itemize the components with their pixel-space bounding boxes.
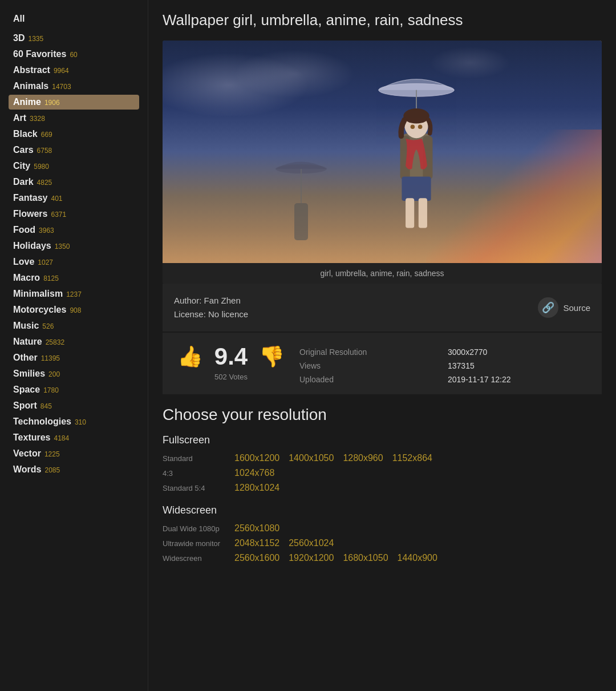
sidebar-item-motorcycles[interactable]: Motorcycles908: [9, 302, 139, 317]
uploaded-label: Uploaded: [299, 375, 442, 384]
svg-rect-7: [419, 198, 427, 228]
anime-figure: [359, 58, 473, 263]
sidebar-item-music[interactable]: Music526: [9, 318, 139, 333]
sidebar-item-art[interactable]: Art3328: [9, 111, 139, 126]
res-link-1400x1050[interactable]: 1400x1050: [289, 453, 334, 463]
sidebar-item-minimalism[interactable]: Minimalism1237: [9, 286, 139, 301]
sidebar-item-food[interactable]: Food3963: [9, 223, 139, 237]
resolution-section: Choose your resolution FullscreenStandar…: [163, 406, 602, 563]
sidebar-item-animals[interactable]: Animals14703: [9, 79, 139, 94]
res-link-1280x960[interactable]: 1280x960: [343, 453, 383, 463]
background-figure: [273, 149, 330, 263]
res-row: Dual Wide 1080p2560x1080: [163, 523, 602, 534]
res-link-1152x864[interactable]: 1152x864: [392, 453, 432, 463]
sidebar-item-love[interactable]: Love1027: [9, 254, 139, 269]
sidebar-item-sport[interactable]: Sport845: [9, 398, 139, 413]
rating-left: 👍 9.4 👎 502 Votes: [174, 343, 288, 381]
sidebar-item-vector[interactable]: Vector1225: [9, 446, 139, 461]
author-name: Author: Fan Zhen: [174, 294, 248, 308]
res-group-title: Fullscreen: [163, 434, 602, 446]
sidebar-item-smilies[interactable]: Smilies200: [9, 366, 139, 381]
res-link-1440x900[interactable]: 1440x900: [398, 553, 437, 563]
sidebar: All 3D133560 Favorites60Abstract9964Anim…: [0, 0, 148, 691]
author-info: Author: Fan Zhen License: No licence: [174, 294, 248, 321]
sidebar-item-macro[interactable]: Macro8125: [9, 270, 139, 285]
sidebar-item-city[interactable]: City5980: [9, 159, 139, 173]
res-row: Standard 5:41280x1024: [163, 483, 602, 493]
res-group-widescreen: WidescreenDual Wide 1080p2560x1080Ultraw…: [163, 504, 602, 563]
res-link-1600x1200[interactable]: 1600x1200: [234, 453, 279, 463]
source-icon: 🔗: [538, 297, 558, 318]
rating-score: 9.4: [214, 343, 248, 370]
res-link-2560x1600[interactable]: 2560x1600: [234, 553, 279, 563]
rating-buttons: 👍 9.4 👎: [177, 343, 285, 370]
res-row-label: Standard 5:4: [163, 484, 225, 492]
author-section: Author: Fan Zhen License: No licence 🔗 S…: [163, 284, 602, 332]
resolution-value: 3000x2770: [448, 347, 590, 357]
sidebar-item-nature[interactable]: Nature25832: [9, 334, 139, 349]
sidebar-item-abstract[interactable]: Abstract9964: [9, 63, 139, 78]
page-title: Wallpaper girl, umbrella, anime, rain, s…: [163, 11, 602, 29]
res-link-1920x1200[interactable]: 1920x1200: [289, 553, 334, 563]
uploaded-value: 2019-11-17 12:22: [448, 375, 590, 384]
res-row-label: Standard: [163, 454, 225, 463]
sidebar-item-textures[interactable]: Textures4184: [9, 430, 139, 445]
thumbs-down-button[interactable]: 👎: [259, 345, 285, 369]
sidebar-item-fantasy[interactable]: Fantasy401: [9, 191, 139, 205]
views-label: Views: [299, 361, 442, 370]
res-group-title: Widescreen: [163, 504, 602, 516]
thumbs-up-button[interactable]: 👍: [177, 345, 203, 369]
res-link-2048x1152[interactable]: 2048x1152: [234, 538, 279, 548]
rating-section: 👍 9.4 👎 502 Votes Original Resolution 30…: [163, 333, 602, 394]
res-row: Widescreen2560x16001920x12001680x1050144…: [163, 553, 602, 563]
svg-rect-6: [406, 198, 414, 228]
resolution-title: Choose your resolution: [163, 406, 602, 424]
sidebar-item-anime[interactable]: Anime1906: [9, 95, 139, 110]
res-row: Standard1600x12001400x10501280x9601152x8…: [163, 453, 602, 463]
sidebar-item-black[interactable]: Black669: [9, 127, 139, 142]
sidebar-item-space[interactable]: Space1780: [9, 382, 139, 397]
author-license: License: No licence: [174, 308, 248, 321]
rating-votes: 502 Votes: [214, 373, 248, 381]
sidebar-item-3d[interactable]: 3D1335: [9, 31, 139, 46]
svg-point-10: [411, 124, 415, 129]
wallpaper-caption: girl, umbrella, anime, rain, sadness: [163, 263, 602, 284]
res-link-1280x1024[interactable]: 1280x1024: [234, 483, 279, 493]
res-row-label: 4:3: [163, 469, 225, 478]
wallpaper-container: girl, umbrella, anime, rain, sadness: [163, 41, 602, 284]
res-row-label: Widescreen: [163, 554, 225, 563]
resolution-label: Original Resolution: [299, 347, 442, 357]
main-content: Wallpaper girl, umbrella, anime, rain, s…: [148, 0, 616, 691]
sidebar-item-all[interactable]: All: [9, 11, 139, 26]
svg-rect-14: [294, 203, 308, 240]
rating-meta: Original Resolution 3000x2770 Views 1373…: [299, 343, 590, 384]
sidebar-item-60-favorites[interactable]: 60 Favorites60: [9, 47, 139, 62]
res-link-2560x1024[interactable]: 2560x1024: [289, 538, 334, 548]
res-row-label: Ultrawide monitor: [163, 539, 225, 548]
res-row: Ultrawide monitor2048x11522560x1024: [163, 538, 602, 548]
res-row: 4:31024x768: [163, 468, 602, 478]
res-link-1024x768[interactable]: 1024x768: [234, 468, 274, 478]
svg-point-11: [418, 124, 423, 129]
sidebar-item-dark[interactable]: Dark4825: [9, 175, 139, 189]
sidebar-item-other[interactable]: Other11395: [9, 350, 139, 365]
res-row-label: Dual Wide 1080p: [163, 524, 225, 533]
svg-point-9: [403, 108, 429, 124]
res-group-fullscreen: FullscreenStandard1600x12001400x10501280…: [163, 434, 602, 493]
svg-rect-5: [402, 176, 431, 201]
sidebar-item-flowers[interactable]: Flowers6371: [9, 207, 139, 221]
sidebar-item-words[interactable]: Words2085: [9, 462, 139, 477]
views-value: 137315: [448, 361, 590, 370]
wallpaper-image[interactable]: [163, 41, 602, 263]
res-link-1680x1050[interactable]: 1680x1050: [343, 553, 388, 563]
sidebar-item-holidays[interactable]: Holidays1350: [9, 239, 139, 253]
source-button[interactable]: 🔗 Source: [538, 297, 590, 318]
sidebar-item-technologies[interactable]: Technologies310: [9, 414, 139, 429]
sidebar-item-cars[interactable]: Cars6758: [9, 143, 139, 157]
res-link-2560x1080[interactable]: 2560x1080: [234, 523, 279, 534]
